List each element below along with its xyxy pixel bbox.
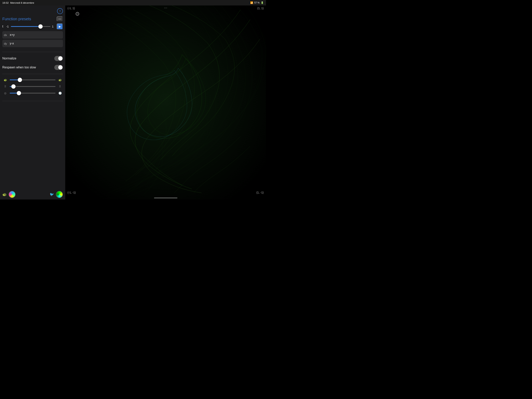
t-max-label: 1 <box>52 25 55 28</box>
particle-size-slider[interactable] <box>10 84 56 89</box>
color-bird-icon: 🐦 <box>50 192 54 197</box>
time-display: 16:02 <box>2 1 9 4</box>
color-picker-1[interactable] <box>9 191 16 198</box>
section-title: Function presets <box>2 17 31 21</box>
normalize-label: Normalize <box>2 57 16 60</box>
dy-formula-row: dy <box>2 40 63 47</box>
bottom-left-coord: (-1, -1) <box>68 191 76 194</box>
more-options-button[interactable]: ··· <box>164 6 167 10</box>
normalize-row: Normalize <box>0 54 65 63</box>
particle-count-max-icon: 🐢 <box>57 78 63 81</box>
home-indicator <box>154 198 177 198</box>
particle-size-row: ⠿ ⠿ <box>2 84 63 89</box>
sliders-section: 🐢 🐢 ⠿ <box>0 76 65 99</box>
turtle-large-icon: 🐢 <box>58 78 62 81</box>
color-section: 🐢 🐦 <box>0 189 65 200</box>
normalize-toggle[interactable] <box>54 56 63 61</box>
particle-size-min-icon: ⠿ <box>2 85 8 88</box>
top-right-coord: (1, 1) <box>257 7 264 10</box>
date-display: Mercredi 8 décembre <box>10 1 34 4</box>
settings-button[interactable]: ⚙ <box>75 11 80 17</box>
trail-length-row: ◎ 🕐 <box>2 91 63 96</box>
color-turtle-icon: 🐢 <box>2 192 7 197</box>
trail-max-icon: 🕐 <box>57 91 63 95</box>
respawn-label: Respawn when too slow <box>2 66 36 69</box>
dot-large-icon: ⠿ <box>59 85 61 88</box>
dy-label: dy <box>4 42 9 45</box>
divider-2 <box>2 74 63 74</box>
trail-length-slider[interactable] <box>10 91 56 96</box>
battery-icon: 🔋 <box>261 1 264 4</box>
status-bar: 16:02 Mercredi 8 décembre 📶 57 % 🔋 <box>0 0 266 6</box>
particle-count-row: 🐢 🐢 <box>2 77 63 82</box>
particle-size-max-icon: ⠿ <box>57 85 63 88</box>
wifi-icon: 📶 <box>250 1 253 4</box>
top-left-coord: (-1, 1) <box>68 7 75 10</box>
dot-small-icon: ⠿ <box>4 85 6 88</box>
t-min-label: -1 <box>6 25 9 28</box>
play-icon: ▶ <box>59 25 61 28</box>
particle-count-min-icon: 🐢 <box>2 78 8 81</box>
dx-label: dx <box>4 33 9 37</box>
play-button[interactable]: ▶ <box>57 23 63 30</box>
dy-input[interactable] <box>9 40 61 47</box>
trail-short-icon: ◎ <box>4 91 6 95</box>
color-picker-2[interactable] <box>56 191 63 198</box>
battery-display: 57 % <box>254 1 260 4</box>
respawn-toggle[interactable] <box>54 65 63 70</box>
turtle-small-icon: 🐢 <box>4 78 7 81</box>
help-button[interactable]: ? <box>57 8 63 14</box>
divider-3 <box>2 101 63 101</box>
divider-1 <box>2 52 63 52</box>
bottom-right-coord: (1, -1) <box>256 191 264 194</box>
main-canvas: (-1, 1) (1, 1) (-1, -1) (1, -1) ··· ⚙ <box>65 0 266 200</box>
gear-icon: ⚙ <box>75 11 80 17</box>
particle-count-slider[interactable] <box>10 77 56 82</box>
t-label: t <box>2 25 5 28</box>
svg-rect-0 <box>65 0 266 200</box>
sidebar: ? Function presets — t -1 <box>0 0 65 200</box>
t-slider[interactable] <box>11 24 51 29</box>
collapse-button[interactable]: — <box>57 16 63 21</box>
function-presets-section: Function presets — t -1 1 <box>0 15 65 50</box>
dx-formula-row: dx <box>2 31 63 39</box>
trail-min-icon: ◎ <box>2 91 8 95</box>
respawn-row: Respawn when too slow <box>0 63 65 72</box>
dx-input[interactable] <box>9 32 61 38</box>
trail-long-icon: 🕐 <box>58 91 62 95</box>
spiral-visualization <box>65 0 266 200</box>
t-slider-row: t -1 1 ▶ <box>2 23 63 30</box>
